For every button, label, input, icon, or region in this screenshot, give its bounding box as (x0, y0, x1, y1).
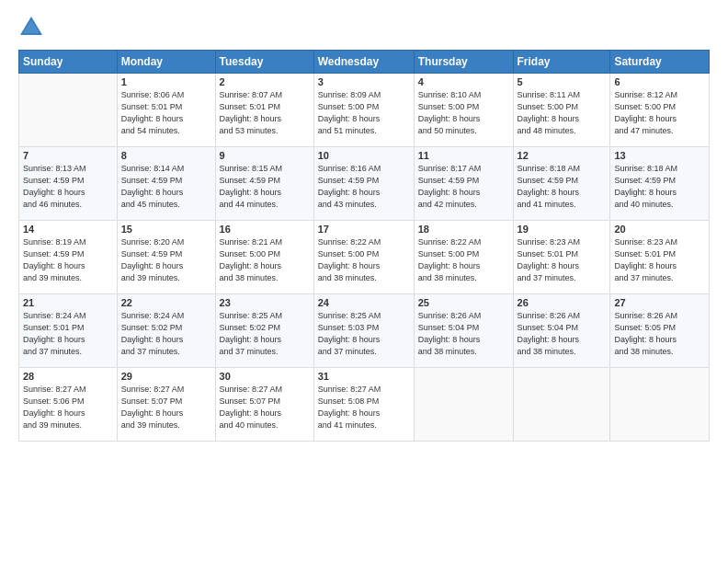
day-number: 15 (121, 224, 211, 235)
day-number: 4 (418, 76, 509, 87)
day-number: 11 (418, 150, 509, 161)
calendar-cell: 6Sunrise: 8:12 AMSunset: 5:00 PMDaylight… (610, 74, 710, 147)
header (18, 15, 710, 40)
day-info: Sunrise: 8:21 AMSunset: 5:00 PMDaylight:… (220, 236, 310, 284)
calendar-cell: 9Sunrise: 8:15 AMSunset: 4:59 PMDaylight… (215, 147, 313, 221)
day-info: Sunrise: 8:13 AMSunset: 4:59 PMDaylight:… (23, 163, 113, 211)
week-row-3: 14Sunrise: 8:19 AMSunset: 4:59 PMDayligh… (19, 221, 710, 294)
calendar-cell: 27Sunrise: 8:26 AMSunset: 5:05 PMDayligh… (610, 294, 710, 368)
day-info: Sunrise: 8:06 AMSunset: 5:01 PMDaylight:… (121, 89, 211, 137)
calendar-cell: 26Sunrise: 8:26 AMSunset: 5:04 PMDayligh… (513, 294, 610, 368)
calendar-cell: 21Sunrise: 8:24 AMSunset: 5:01 PMDayligh… (19, 294, 118, 368)
day-info: Sunrise: 8:18 AMSunset: 4:59 PMDaylight:… (614, 163, 705, 211)
weekday-header-sunday: Sunday (19, 51, 118, 74)
calendar-cell: 8Sunrise: 8:14 AMSunset: 4:59 PMDaylight… (117, 147, 215, 221)
day-number: 29 (121, 371, 211, 382)
day-number: 14 (23, 224, 113, 235)
day-number: 9 (220, 150, 310, 161)
calendar-cell: 30Sunrise: 8:27 AMSunset: 5:07 PMDayligh… (215, 368, 313, 442)
day-info: Sunrise: 8:15 AMSunset: 4:59 PMDaylight:… (220, 163, 310, 211)
calendar-cell (19, 74, 118, 147)
calendar-cell: 5Sunrise: 8:11 AMSunset: 5:00 PMDaylight… (513, 74, 610, 147)
week-row-4: 21Sunrise: 8:24 AMSunset: 5:01 PMDayligh… (19, 294, 710, 368)
day-number: 3 (318, 76, 410, 87)
day-number: 27 (614, 297, 705, 308)
day-number: 25 (418, 297, 509, 308)
day-info: Sunrise: 8:16 AMSunset: 4:59 PMDaylight:… (318, 163, 410, 211)
calendar-cell: 20Sunrise: 8:23 AMSunset: 5:01 PMDayligh… (610, 221, 710, 294)
day-number: 23 (220, 297, 310, 308)
calendar-cell: 17Sunrise: 8:22 AMSunset: 5:00 PMDayligh… (313, 221, 414, 294)
day-number: 1 (121, 76, 211, 87)
calendar-cell: 23Sunrise: 8:25 AMSunset: 5:02 PMDayligh… (215, 294, 313, 368)
weekday-header-thursday: Thursday (414, 51, 513, 74)
week-row-5: 28Sunrise: 8:27 AMSunset: 5:06 PMDayligh… (19, 368, 710, 442)
day-info: Sunrise: 8:25 AMSunset: 5:02 PMDaylight:… (220, 310, 310, 358)
day-info: Sunrise: 8:24 AMSunset: 5:02 PMDaylight:… (121, 310, 211, 358)
day-info: Sunrise: 8:20 AMSunset: 4:59 PMDaylight:… (121, 236, 211, 284)
calendar-cell: 10Sunrise: 8:16 AMSunset: 4:59 PMDayligh… (313, 147, 414, 221)
day-number: 31 (318, 371, 410, 382)
day-number: 17 (318, 224, 410, 235)
calendar-cell: 4Sunrise: 8:10 AMSunset: 5:00 PMDaylight… (414, 74, 513, 147)
calendar-cell: 24Sunrise: 8:25 AMSunset: 5:03 PMDayligh… (313, 294, 414, 368)
weekday-header-friday: Friday (513, 51, 610, 74)
day-info: Sunrise: 8:26 AMSunset: 5:04 PMDaylight:… (518, 310, 607, 358)
logo-icon (18, 15, 44, 40)
day-info: Sunrise: 8:25 AMSunset: 5:03 PMDaylight:… (318, 310, 410, 358)
day-number: 5 (518, 76, 607, 87)
week-row-1: 1Sunrise: 8:06 AMSunset: 5:01 PMDaylight… (19, 74, 710, 147)
calendar-cell: 15Sunrise: 8:20 AMSunset: 4:59 PMDayligh… (117, 221, 215, 294)
calendar-cell: 19Sunrise: 8:23 AMSunset: 5:01 PMDayligh… (513, 221, 610, 294)
calendar-cell: 18Sunrise: 8:22 AMSunset: 5:00 PMDayligh… (414, 221, 513, 294)
calendar-cell (414, 368, 513, 442)
calendar-cell: 1Sunrise: 8:06 AMSunset: 5:01 PMDaylight… (117, 74, 215, 147)
calendar-cell: 3Sunrise: 8:09 AMSunset: 5:00 PMDaylight… (313, 74, 414, 147)
day-info: Sunrise: 8:12 AMSunset: 5:00 PMDaylight:… (614, 89, 705, 137)
day-info: Sunrise: 8:18 AMSunset: 4:59 PMDaylight:… (518, 163, 607, 211)
day-number: 10 (318, 150, 410, 161)
day-number: 18 (418, 224, 509, 235)
calendar-cell (610, 368, 710, 442)
day-number: 16 (220, 224, 310, 235)
calendar-cell: 16Sunrise: 8:21 AMSunset: 5:00 PMDayligh… (215, 221, 313, 294)
day-number: 22 (121, 297, 211, 308)
weekday-header-tuesday: Tuesday (215, 51, 313, 74)
calendar-cell: 28Sunrise: 8:27 AMSunset: 5:06 PMDayligh… (19, 368, 118, 442)
calendar-table: SundayMondayTuesdayWednesdayThursdayFrid… (18, 50, 710, 442)
day-number: 28 (23, 371, 113, 382)
weekday-header-saturday: Saturday (610, 51, 710, 74)
day-number: 2 (220, 76, 310, 87)
calendar-page: SundayMondayTuesdayWednesdayThursdayFrid… (0, 0, 728, 563)
day-number: 7 (23, 150, 113, 161)
weekday-header-wednesday: Wednesday (313, 51, 414, 74)
calendar-cell: 12Sunrise: 8:18 AMSunset: 4:59 PMDayligh… (513, 147, 610, 221)
day-info: Sunrise: 8:22 AMSunset: 5:00 PMDaylight:… (318, 236, 410, 284)
day-info: Sunrise: 8:26 AMSunset: 5:04 PMDaylight:… (418, 310, 509, 358)
day-number: 26 (518, 297, 607, 308)
day-number: 8 (121, 150, 211, 161)
weekday-header-monday: Monday (117, 51, 215, 74)
weekday-header-row: SundayMondayTuesdayWednesdayThursdayFrid… (19, 51, 710, 74)
calendar-cell: 2Sunrise: 8:07 AMSunset: 5:01 PMDaylight… (215, 74, 313, 147)
calendar-cell: 7Sunrise: 8:13 AMSunset: 4:59 PMDaylight… (19, 147, 118, 221)
calendar-cell: 25Sunrise: 8:26 AMSunset: 5:04 PMDayligh… (414, 294, 513, 368)
calendar-cell: 29Sunrise: 8:27 AMSunset: 5:07 PMDayligh… (117, 368, 215, 442)
day-info: Sunrise: 8:27 AMSunset: 5:07 PMDaylight:… (220, 384, 310, 431)
day-info: Sunrise: 8:23 AMSunset: 5:01 PMDaylight:… (614, 236, 705, 284)
day-number: 12 (518, 150, 607, 161)
day-info: Sunrise: 8:22 AMSunset: 5:00 PMDaylight:… (418, 236, 509, 284)
day-info: Sunrise: 8:23 AMSunset: 5:01 PMDaylight:… (518, 236, 607, 284)
day-info: Sunrise: 8:19 AMSunset: 4:59 PMDaylight:… (23, 236, 113, 284)
day-info: Sunrise: 8:09 AMSunset: 5:00 PMDaylight:… (318, 89, 410, 137)
day-info: Sunrise: 8:14 AMSunset: 4:59 PMDaylight:… (121, 163, 211, 211)
calendar-cell: 13Sunrise: 8:18 AMSunset: 4:59 PMDayligh… (610, 147, 710, 221)
day-info: Sunrise: 8:10 AMSunset: 5:00 PMDaylight:… (418, 89, 509, 137)
day-number: 13 (614, 150, 705, 161)
week-row-2: 7Sunrise: 8:13 AMSunset: 4:59 PMDaylight… (19, 147, 710, 221)
day-number: 20 (614, 224, 705, 235)
day-info: Sunrise: 8:27 AMSunset: 5:08 PMDaylight:… (318, 384, 410, 431)
day-info: Sunrise: 8:26 AMSunset: 5:05 PMDaylight:… (614, 310, 705, 358)
day-number: 30 (220, 371, 310, 382)
calendar-cell (513, 368, 610, 442)
